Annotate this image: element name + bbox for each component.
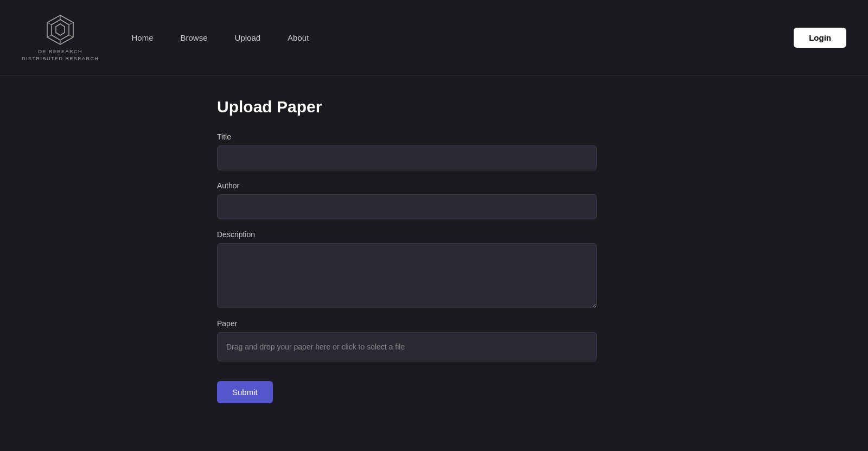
nav-home[interactable]: Home bbox=[132, 33, 154, 42]
svg-line-4 bbox=[69, 22, 73, 24]
description-group: Description bbox=[217, 230, 597, 308]
author-group: Author bbox=[217, 181, 597, 219]
title-input[interactable] bbox=[217, 145, 597, 170]
submit-button[interactable]: Submit bbox=[217, 381, 273, 403]
svg-marker-1 bbox=[52, 20, 69, 40]
svg-line-5 bbox=[69, 35, 73, 37]
title-group: Title bbox=[217, 132, 597, 170]
title-label: Title bbox=[217, 132, 597, 141]
paper-group: Paper Drag and drop your paper here or c… bbox=[217, 319, 597, 361]
description-input[interactable] bbox=[217, 243, 597, 308]
logo-text: DE REBEARCH DISTRIBUTED RESEARCH bbox=[22, 48, 99, 62]
svg-marker-2 bbox=[56, 24, 65, 35]
author-label: Author bbox=[217, 181, 597, 190]
description-label: Description bbox=[217, 230, 597, 239]
paper-label: Paper bbox=[217, 319, 597, 328]
login-button[interactable]: Login bbox=[794, 28, 846, 48]
svg-line-7 bbox=[47, 35, 52, 37]
nav-about[interactable]: About bbox=[288, 33, 309, 42]
file-drop-zone[interactable]: Drag and drop your paper here or click t… bbox=[217, 332, 597, 361]
nav-upload[interactable]: Upload bbox=[235, 33, 261, 42]
logo[interactable]: DE REBEARCH DISTRIBUTED RESEARCH bbox=[22, 14, 99, 62]
author-input[interactable] bbox=[217, 194, 597, 219]
navbar: DE REBEARCH DISTRIBUTED RESEARCH Home Br… bbox=[0, 0, 868, 76]
page-title: Upload Paper bbox=[217, 98, 322, 116]
nav-browse[interactable]: Browse bbox=[181, 33, 208, 42]
logo-icon bbox=[44, 14, 76, 46]
nav-links: Home Browse Upload About bbox=[132, 33, 794, 42]
upload-form: Title Author Description Paper Drag and … bbox=[217, 132, 597, 403]
main-content: Upload Paper Title Author Description Pa… bbox=[0, 76, 868, 425]
svg-line-8 bbox=[47, 22, 52, 24]
